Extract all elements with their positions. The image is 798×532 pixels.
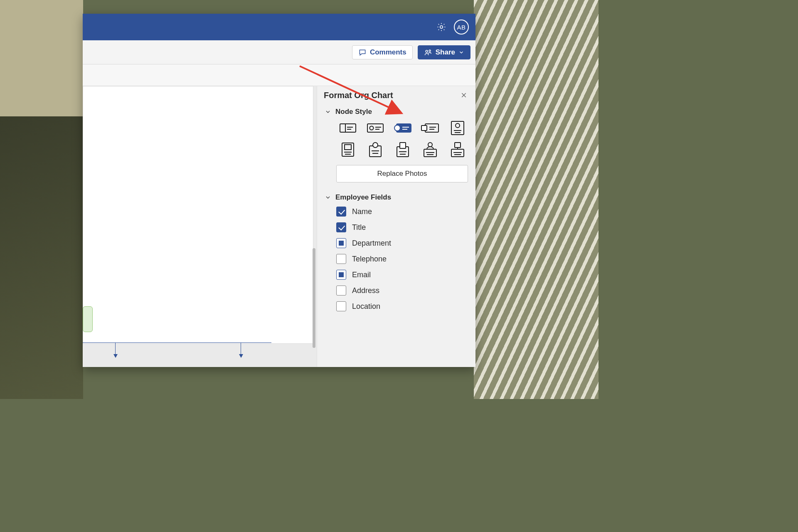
svg-rect-33: [400, 143, 406, 148]
checkbox-email[interactable]: [336, 270, 346, 280]
employee-field-row: Telephone: [336, 254, 475, 264]
chevron-down-icon: [325, 108, 331, 115]
commandbar: Comments Share: [83, 40, 475, 64]
settings-icon[interactable]: [436, 22, 446, 32]
checkbox-location[interactable]: [336, 301, 346, 311]
checkbox-title[interactable]: [336, 222, 346, 232]
employee-field-row: Title: [336, 222, 475, 232]
desktop-bg: [0, 0, 83, 116]
svg-point-2: [429, 49, 431, 51]
chevron-down-icon: [325, 194, 331, 201]
node-style-option[interactable]: [364, 142, 387, 158]
checkbox-name[interactable]: [336, 207, 346, 217]
user-avatar[interactable]: AB: [454, 20, 469, 34]
node-style-option[interactable]: [364, 120, 387, 136]
workspace: Format Org Chart Node Style: [83, 86, 475, 367]
node-style-option[interactable]: [336, 142, 360, 158]
svg-point-36: [428, 143, 432, 147]
employee-field-row: Department: [336, 238, 475, 248]
close-icon[interactable]: [459, 90, 469, 100]
ribbon-area: [83, 64, 475, 86]
checkbox-department[interactable]: [336, 238, 346, 248]
employee-field-row: Address: [336, 286, 475, 296]
node-style-option[interactable]: [419, 120, 442, 136]
visio-window: AB Comments Share: [83, 14, 475, 367]
org-chart-connector: [83, 342, 271, 357]
desktop-bg: [0, 116, 83, 399]
svg-rect-25: [345, 145, 351, 150]
svg-point-21: [456, 123, 460, 128]
svg-rect-3: [340, 124, 356, 132]
node-style-option[interactable]: [391, 120, 414, 136]
format-org-chart-panel: Format Org Chart Node Style: [317, 86, 475, 367]
chevron-down-icon: [458, 49, 464, 55]
node-style-option[interactable]: [336, 120, 360, 136]
share-button[interactable]: Share: [418, 45, 470, 59]
svg-rect-17: [421, 126, 427, 131]
panel-title: Format Org Chart: [324, 91, 459, 100]
checkbox-address[interactable]: [336, 286, 346, 296]
node-style-option[interactable]: [391, 142, 414, 158]
node-style-option[interactable]: [419, 142, 442, 158]
comments-label: Comments: [370, 48, 406, 57]
employee-fields-section-header[interactable]: Employee Fields: [317, 192, 475, 206]
svg-rect-40: [455, 143, 461, 148]
drawing-canvas[interactable]: [83, 86, 317, 367]
vertical-scrollbar[interactable]: [313, 248, 315, 348]
replace-photos-button[interactable]: Replace Photos: [336, 165, 468, 182]
node-style-grid: [317, 120, 475, 165]
desktop-bg: [474, 0, 598, 399]
titlebar: AB: [83, 14, 475, 40]
checkbox-telephone[interactable]: [336, 254, 346, 264]
svg-point-1: [426, 50, 428, 52]
node-style-section-header[interactable]: Node Style: [317, 106, 475, 120]
node-style-option[interactable]: [446, 142, 469, 158]
node-style-option[interactable]: [446, 120, 469, 136]
svg-point-8: [370, 126, 374, 130]
employee-field-row: Email: [336, 270, 475, 280]
svg-point-0: [440, 26, 443, 28]
employee-field-list: Name Title Department Telephone Email: [317, 206, 475, 311]
employee-field-row: Location: [336, 301, 475, 311]
comments-button[interactable]: Comments: [352, 45, 413, 59]
svg-point-29: [373, 143, 378, 148]
employee-field-row: Name: [336, 207, 475, 217]
share-label: Share: [436, 48, 455, 57]
org-chart-node[interactable]: [83, 306, 93, 332]
page[interactable]: [83, 86, 313, 344]
